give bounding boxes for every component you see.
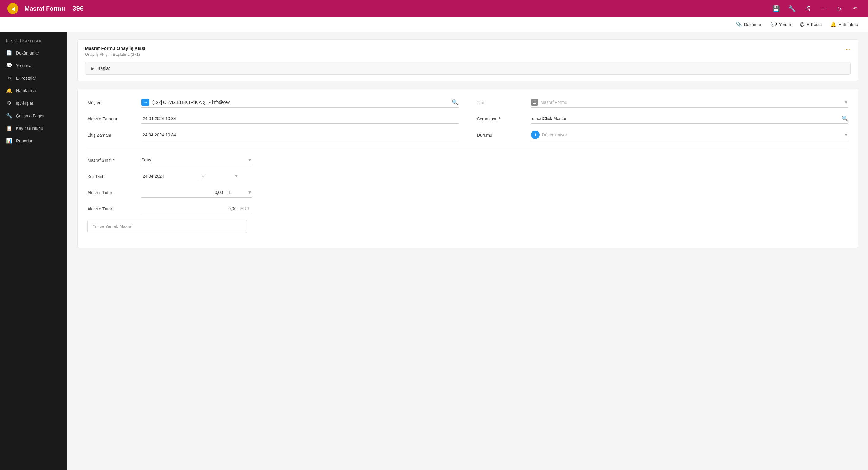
search-icon: 🔍 (452, 99, 459, 105)
hatirlatma-link[interactable]: 🔔 Hatırlatma (830, 22, 858, 27)
masraf-sinifi-select[interactable]: Satış (142, 155, 248, 165)
save-button[interactable]: 💾 (771, 4, 781, 13)
back-button[interactable]: ◀ (7, 3, 19, 14)
sidebar-item-label: Kayıt Günlüğü (16, 126, 43, 131)
sidebar-item-label: E-Postalar (16, 76, 36, 80)
document-icon: 📄 (6, 50, 12, 56)
aktivite-zamani-input[interactable] (142, 114, 459, 124)
sidebar-item-label: Çalışma Bilgisi (16, 113, 44, 118)
form-grid: Müşteri ··· 🔍 Aktivite Zamanı (87, 97, 848, 146)
kur-tarihi-label: Kur Tarihi (87, 174, 136, 179)
log-icon: 📋 (6, 125, 12, 131)
bitis-zamani-label: Bitiş Zamanı (87, 133, 136, 138)
dokuman-label: Doküman (744, 22, 762, 27)
dokuman-link[interactable]: 📎 Doküman (736, 22, 762, 27)
print-button[interactable]: 🖨 (803, 4, 813, 13)
work-icon: 🔧 (6, 113, 12, 119)
sidebar-item-hatirlatma[interactable]: 🔔 Hatırlatma (0, 84, 67, 97)
app-title: Masraf Formu (25, 5, 65, 12)
chevron-down-icon: ▼ (844, 132, 848, 137)
tipi-select[interactable]: Masraf Formu (540, 97, 844, 107)
hatirlatma-label: Hatırlatma (838, 22, 858, 27)
bitis-zamani-row: Bitiş Zamanı (87, 130, 459, 140)
sidebar-section-title: İLİŞKİLİ KAYITLAR (0, 37, 67, 46)
sorumlusu-input-group: 🔍 (531, 114, 848, 124)
workflow-subtitle: Onay İş Akışını Başlatma (271) (85, 52, 145, 57)
aktivite-tutari-eur-row: Aktivite Tutarı EUR (87, 204, 848, 214)
comment-icon: 💬 (6, 63, 12, 68)
edit-button[interactable]: ✏ (851, 4, 861, 13)
workflow-start-button[interactable]: ▶ Başlat (85, 62, 850, 75)
more-button[interactable]: ··· (819, 4, 829, 13)
durumu-label: Durumu (477, 133, 526, 138)
save-icon: 💾 (772, 5, 780, 12)
more-icon: ··· (820, 5, 827, 12)
aktivite-tutari-tl-input[interactable] (142, 188, 224, 197)
durumu-select-group: i Düzenleniyor ▼ (531, 130, 848, 140)
customer-badge[interactable]: ··· (142, 99, 149, 106)
eposta-label: E-Posta (807, 22, 822, 27)
search-icon: 🔍 (841, 115, 848, 122)
sorumlusu-label: Sorumlusu * (477, 116, 526, 121)
tipi-row: Tipi ☰ Masraf Formu ▼ (477, 97, 848, 107)
musteri-label: Müşteri (87, 100, 136, 105)
kur-tipi-select-group: F ▼ (202, 171, 238, 181)
aktivite-zamani-row: Aktivite Zamanı (87, 114, 459, 124)
eposta-link[interactable]: @ E-Posta (800, 22, 822, 27)
wrench-icon: 🔧 (788, 5, 796, 12)
yorum-link[interactable]: 💬 Yorum (771, 22, 791, 27)
notes-row: Yol ve Yemek Masrafı (87, 220, 848, 233)
at-icon: @ (800, 22, 805, 27)
kur-tarihi-input[interactable] (142, 171, 196, 181)
aktivite-tutari-eur-label: Aktivite Tutarı (87, 206, 136, 211)
play-icon: ▶ (91, 66, 94, 71)
sorumlusu-search-button[interactable]: 🔍 (841, 115, 848, 122)
edit-icon: ✏ (853, 5, 859, 12)
sidebar-item-calisma-bilgisi[interactable]: 🔧 Çalışma Bilgisi (0, 109, 67, 122)
sidebar-item-dokumanlar[interactable]: 📄 Dokümanlar (0, 46, 67, 59)
sorumlusu-input[interactable] (531, 114, 841, 124)
sidebar-item-raporlar[interactable]: 📊 Raporlar (0, 135, 67, 147)
sidebar-item-is-akislari[interactable]: ⚙ İş Akışları (0, 97, 67, 109)
sidebar-item-kayit-gunlugu[interactable]: 📋 Kayıt Günlüğü (0, 122, 67, 135)
paperclip-icon: 📎 (736, 22, 742, 27)
tl-currency-group: TL ▼ (224, 188, 252, 197)
bitis-zamani-input[interactable] (142, 130, 459, 140)
sidebar-item-label: Raporlar (16, 138, 32, 143)
options-icon: ··· (845, 46, 850, 53)
chevron-down-icon: ▼ (844, 100, 848, 105)
aktivite-zamani-label: Aktivite Zamanı (87, 116, 136, 121)
workflow-options-button[interactable]: ··· (845, 46, 850, 53)
workflow-title: Masraf Formu Onay İş Akışı (85, 46, 145, 51)
back-icon: ◀ (11, 6, 15, 12)
email-icon: ✉ (6, 75, 12, 81)
notes-field[interactable]: Yol ve Yemek Masrafı (87, 220, 247, 233)
sidebar-item-label: Yorumlar (16, 63, 33, 68)
comment-icon: 💬 (771, 22, 777, 27)
musteri-input[interactable] (151, 97, 452, 107)
header-icons: 💾 🔧 🖨 ··· ▷ ✏ (771, 4, 861, 13)
masraf-sinifi-row: Masraf Sınıfı * Satış ▼ (87, 155, 848, 165)
play-button[interactable]: ▷ (835, 4, 845, 13)
wrench-button[interactable]: 🔧 (787, 4, 797, 13)
kur-tarihi-row: Kur Tarihi F ▼ (87, 171, 848, 181)
sidebar-item-yorumlar[interactable]: 💬 Yorumlar (0, 59, 67, 72)
report-icon: 📊 (6, 138, 12, 144)
musteri-search-button[interactable]: 🔍 (452, 99, 459, 106)
sidebar: İLİŞKİLİ KAYITLAR 📄 Dokümanlar 💬 Yorumla… (0, 32, 67, 470)
sorumlusu-row: Sorumlusu * 🔍 (477, 114, 848, 124)
durumu-row: Durumu i Düzenleniyor ▼ (477, 130, 848, 140)
sidebar-item-label: İş Akışları (16, 101, 35, 106)
aktivite-tutari-eur-input[interactable] (142, 204, 238, 213)
content-area: Masraf Formu Onay İş Akışı Onay İş Akışı… (67, 32, 868, 470)
status-icon: i (531, 131, 539, 139)
durumu-select[interactable]: Düzenleniyor (542, 130, 844, 140)
form-left-col: Müşteri ··· 🔍 Aktivite Zamanı (87, 97, 459, 146)
chevron-down-icon: ▼ (248, 190, 252, 195)
kur-tipi-select[interactable]: F (202, 171, 234, 181)
sidebar-item-epostalar[interactable]: ✉ E-Postalar (0, 72, 67, 84)
form-separator (87, 148, 848, 149)
masraf-sinifi-label: Masraf Sınıfı * (87, 158, 136, 163)
tl-currency-select[interactable]: TL (227, 188, 248, 197)
top-header: ◀ Masraf Formu 396 💾 🔧 🖨 ··· ▷ ✏ (0, 0, 868, 17)
